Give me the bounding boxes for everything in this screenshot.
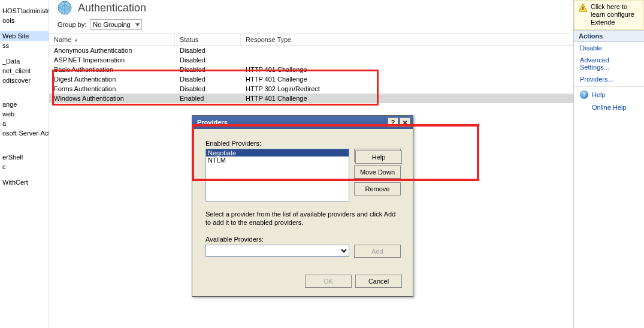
- tree-item[interactable]: ange: [0, 100, 49, 109]
- actions-header: Actions: [574, 30, 644, 42]
- list-item[interactable]: NTLM: [206, 157, 349, 164]
- groupby-row: Group by: No Grouping: [49, 16, 573, 34]
- action-providers[interactable]: Providers...: [574, 73, 644, 87]
- table-row[interactable]: Basic Authentication Disabled HTTP 401 C…: [49, 65, 573, 74]
- dialog-titlebar[interactable]: Providers ? ✕: [192, 116, 413, 129]
- authentication-icon: [56, 0, 73, 16]
- action-help[interactable]: ? Help: [574, 88, 644, 101]
- alert-text: Click here to learn configure Extende: [591, 3, 640, 27]
- cell-response: HTTP 401 Challenge: [241, 94, 573, 103]
- cell-name: ASP.NET Impersonation: [49, 56, 175, 64]
- cell-status: Disabled: [175, 75, 241, 83]
- tree-item[interactable]: _Data: [0, 56, 49, 66]
- action-advanced-settings[interactable]: Advanced Settings...: [574, 54, 644, 73]
- cell-name: Windows Authentication: [49, 94, 175, 103]
- sort-asc-icon: ▲: [74, 37, 78, 43]
- available-providers-label: Available Providers:: [205, 236, 402, 243]
- cell-response: HTTP 401 Challenge: [241, 65, 573, 74]
- action-label: Online Help: [592, 104, 626, 111]
- col-status-header[interactable]: Status: [175, 34, 241, 45]
- cell-name: Basic Authentication: [49, 65, 175, 74]
- cell-status: Disabled: [175, 65, 241, 74]
- cell-name: Anonymous Authentication: [49, 46, 175, 55]
- table-row[interactable]: Forms Authentication Disabled HTTP 302 L…: [49, 84, 573, 94]
- hint-text: Select a provider from the list of avail…: [205, 210, 402, 227]
- enabled-providers-list[interactable]: Negotiate NTLM: [205, 149, 349, 201]
- cell-status: Disabled: [175, 56, 241, 64]
- tree-item-website[interactable]: Web Site: [0, 31, 49, 41]
- tree-item[interactable]: ss: [0, 41, 49, 50]
- tree-item[interactable]: HOST\administra: [0, 6, 49, 16]
- page-header: Authentication: [49, 0, 573, 16]
- connections-tree: HOST\administra ools Web Site ss _Data n…: [0, 0, 49, 328]
- dialog-title: Providers: [197, 119, 386, 126]
- providers-dialog: Providers ? ✕ Help Enabled Providers: Ne…: [192, 115, 413, 297]
- cell-status: Disabled: [175, 46, 241, 55]
- tree-item[interactable]: a: [0, 119, 49, 128]
- available-providers-select[interactable]: [205, 245, 349, 257]
- help-button[interactable]: Help: [355, 151, 402, 164]
- tree-item[interactable]: net_client: [0, 66, 49, 76]
- remove-button[interactable]: Remove: [354, 182, 401, 195]
- cell-status: Enabled: [175, 94, 241, 103]
- cancel-button[interactable]: Cancel: [355, 275, 402, 288]
- table-row[interactable]: Digest Authentication Disabled HTTP 401 …: [49, 74, 573, 84]
- ok-button[interactable]: OK: [305, 275, 352, 288]
- cell-name: Digest Authentication: [49, 75, 175, 83]
- warning-icon: !: [578, 3, 588, 13]
- cell-status: Disabled: [175, 85, 241, 93]
- table-row-selected[interactable]: Windows Authentication Enabled HTTP 401 …: [49, 94, 573, 103]
- movedown-button[interactable]: Move Down: [354, 165, 401, 179]
- table-row[interactable]: Anonymous Authentication Disabled: [49, 46, 573, 55]
- cell-response: HTTP 401 Challenge: [241, 75, 573, 83]
- cell-response: HTTP 302 Login/Redirect: [241, 85, 573, 93]
- tree-item[interactable]: erShell: [0, 152, 49, 162]
- cell-response: [241, 56, 573, 64]
- svg-text:!: !: [582, 5, 584, 11]
- tree-item[interactable]: odiscover: [0, 76, 49, 85]
- list-item[interactable]: Negotiate: [206, 149, 349, 157]
- col-name-header[interactable]: Name▲: [49, 34, 175, 45]
- alert-bar[interactable]: ! Click here to learn configure Extende: [574, 0, 644, 30]
- action-disable[interactable]: Disable: [574, 42, 644, 54]
- action-online-help[interactable]: Online Help: [574, 101, 644, 113]
- tree-item[interactable]: WithCert: [0, 177, 49, 187]
- tree-item[interactable]: web: [0, 109, 49, 119]
- groupby-label: Group by:: [58, 21, 86, 28]
- col-response-header[interactable]: Response Type: [241, 34, 573, 45]
- groupby-select[interactable]: No Grouping: [90, 19, 142, 30]
- actions-panel: ! Click here to learn configure Extende …: [573, 0, 644, 328]
- cell-response: [241, 46, 573, 55]
- page-title: Authentication: [78, 2, 146, 14]
- close-icon[interactable]: ✕: [400, 118, 410, 127]
- table-header: Name▲ Status Response Type: [49, 34, 573, 46]
- add-button[interactable]: Add: [354, 245, 401, 258]
- cell-name: Forms Authentication: [49, 85, 175, 93]
- auth-table: Name▲ Status Response Type Anonymous Aut…: [49, 34, 573, 103]
- action-label: Help: [592, 91, 606, 98]
- enabled-providers-label: Enabled Providers:: [205, 140, 402, 147]
- tree-item[interactable]: osoft-Server-Act: [0, 128, 49, 138]
- table-row[interactable]: ASP.NET Impersonation Disabled: [49, 55, 573, 65]
- tree-item[interactable]: ools: [0, 16, 49, 25]
- dialog-help-button[interactable]: ?: [388, 118, 398, 127]
- tree-item[interactable]: c: [0, 162, 49, 171]
- help-icon: ?: [580, 91, 588, 99]
- dialog-body: Help Enabled Providers: Negotiate NTLM M…: [192, 129, 413, 296]
